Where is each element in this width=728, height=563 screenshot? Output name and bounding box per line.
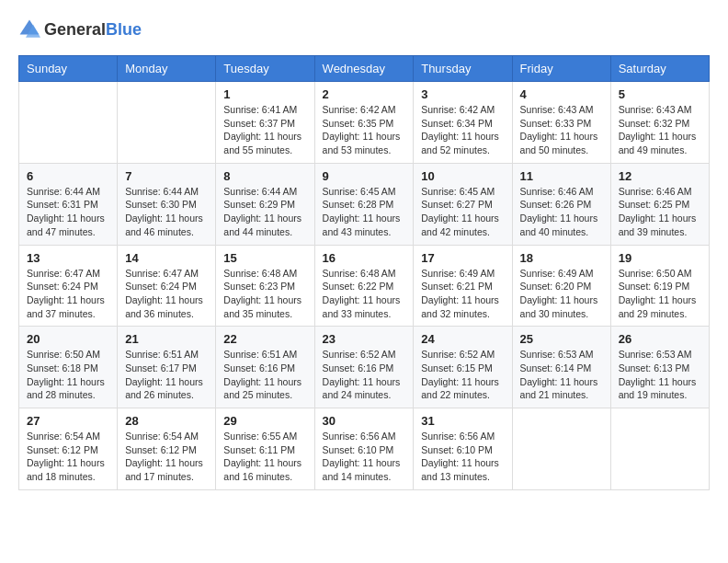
page-header: GeneralBlue [18,18,710,40]
calendar-cell: 14Sunrise: 6:47 AM Sunset: 6:24 PM Dayli… [118,245,216,327]
day-number: 14 [125,251,208,265]
calendar-cell: 13Sunrise: 6:47 AM Sunset: 6:24 PM Dayli… [19,245,118,327]
calendar-cell [610,408,709,490]
calendar-cell [512,408,610,490]
day-number: 28 [125,414,208,428]
weekday-header-thursday: Thursday [414,56,512,82]
calendar-cell: 31Sunrise: 6:56 AM Sunset: 6:10 PM Dayli… [414,408,512,490]
calendar-cell [118,82,216,164]
day-info: Sunrise: 6:43 AM Sunset: 6:32 PM Dayligh… [619,103,701,157]
weekday-header-friday: Friday [512,56,610,82]
calendar-cell: 19Sunrise: 6:50 AM Sunset: 6:19 PM Dayli… [610,245,709,327]
calendar-week-row: 13Sunrise: 6:47 AM Sunset: 6:24 PM Dayli… [19,245,710,327]
logo-general: GeneralBlue [44,20,142,40]
day-info: Sunrise: 6:50 AM Sunset: 6:19 PM Dayligh… [619,267,701,321]
weekday-header-wednesday: Wednesday [314,56,414,82]
day-info: Sunrise: 6:50 AM Sunset: 6:18 PM Dayligh… [27,348,109,402]
day-info: Sunrise: 6:45 AM Sunset: 6:28 PM Dayligh… [323,185,406,239]
day-info: Sunrise: 6:51 AM Sunset: 6:16 PM Dayligh… [223,348,306,402]
calendar-cell: 15Sunrise: 6:48 AM Sunset: 6:23 PM Dayli… [216,245,314,327]
calendar-table: SundayMondayTuesdayWednesdayThursdayFrid… [18,55,710,490]
day-info: Sunrise: 6:44 AM Sunset: 6:29 PM Dayligh… [223,185,306,239]
day-info: Sunrise: 6:47 AM Sunset: 6:24 PM Dayligh… [125,267,208,321]
day-info: Sunrise: 6:48 AM Sunset: 6:22 PM Dayligh… [323,267,406,321]
day-number: 5 [619,87,701,101]
day-number: 12 [619,169,701,183]
calendar-week-row: 20Sunrise: 6:50 AM Sunset: 6:18 PM Dayli… [19,327,710,408]
day-number: 21 [125,332,208,346]
day-info: Sunrise: 6:42 AM Sunset: 6:35 PM Dayligh… [323,103,406,157]
day-number: 16 [323,251,406,265]
calendar-cell: 29Sunrise: 6:55 AM Sunset: 6:11 PM Dayli… [216,408,314,490]
weekday-header-saturday: Saturday [610,56,709,82]
day-info: Sunrise: 6:53 AM Sunset: 6:14 PM Dayligh… [520,348,603,402]
calendar-week-row: 1Sunrise: 6:41 AM Sunset: 6:37 PM Daylig… [19,82,710,164]
day-number: 25 [520,332,603,346]
calendar-cell: 2Sunrise: 6:42 AM Sunset: 6:35 PM Daylig… [314,82,414,164]
day-info: Sunrise: 6:56 AM Sunset: 6:10 PM Dayligh… [421,430,504,484]
day-info: Sunrise: 6:52 AM Sunset: 6:15 PM Dayligh… [421,348,504,402]
day-number: 13 [27,251,109,265]
calendar-cell: 30Sunrise: 6:56 AM Sunset: 6:10 PM Dayli… [314,408,414,490]
calendar-cell: 3Sunrise: 6:42 AM Sunset: 6:34 PM Daylig… [414,82,512,164]
day-number: 11 [520,169,603,183]
day-number: 10 [421,169,504,183]
calendar-cell: 11Sunrise: 6:46 AM Sunset: 6:26 PM Dayli… [512,163,610,245]
day-number: 18 [520,251,603,265]
day-number: 7 [125,169,208,183]
day-info: Sunrise: 6:49 AM Sunset: 6:20 PM Dayligh… [520,267,603,321]
day-info: Sunrise: 6:46 AM Sunset: 6:25 PM Dayligh… [619,185,701,239]
day-info: Sunrise: 6:46 AM Sunset: 6:26 PM Dayligh… [520,185,603,239]
day-info: Sunrise: 6:56 AM Sunset: 6:10 PM Dayligh… [323,430,406,484]
logo-icon [18,18,40,40]
calendar-week-row: 27Sunrise: 6:54 AM Sunset: 6:12 PM Dayli… [19,408,710,490]
day-info: Sunrise: 6:44 AM Sunset: 6:31 PM Dayligh… [27,185,109,239]
calendar-cell: 28Sunrise: 6:54 AM Sunset: 6:12 PM Dayli… [118,408,216,490]
day-number: 9 [323,169,406,183]
calendar-cell [19,82,118,164]
calendar-cell: 16Sunrise: 6:48 AM Sunset: 6:22 PM Dayli… [314,245,414,327]
calendar-cell: 23Sunrise: 6:52 AM Sunset: 6:16 PM Dayli… [314,327,414,408]
day-info: Sunrise: 6:42 AM Sunset: 6:34 PM Dayligh… [421,103,504,157]
weekday-header-tuesday: Tuesday [216,56,314,82]
calendar-cell: 27Sunrise: 6:54 AM Sunset: 6:12 PM Dayli… [19,408,118,490]
calendar-cell: 10Sunrise: 6:45 AM Sunset: 6:27 PM Dayli… [414,163,512,245]
calendar-cell: 24Sunrise: 6:52 AM Sunset: 6:15 PM Dayli… [414,327,512,408]
day-info: Sunrise: 6:51 AM Sunset: 6:17 PM Dayligh… [125,348,208,402]
day-number: 8 [223,169,306,183]
day-number: 20 [27,332,109,346]
weekday-header-sunday: Sunday [19,56,118,82]
day-number: 1 [223,87,306,101]
calendar-cell: 25Sunrise: 6:53 AM Sunset: 6:14 PM Dayli… [512,327,610,408]
calendar-cell: 17Sunrise: 6:49 AM Sunset: 6:21 PM Dayli… [414,245,512,327]
calendar-cell: 12Sunrise: 6:46 AM Sunset: 6:25 PM Dayli… [610,163,709,245]
day-number: 19 [619,251,701,265]
calendar-cell: 9Sunrise: 6:45 AM Sunset: 6:28 PM Daylig… [314,163,414,245]
day-number: 15 [223,251,306,265]
day-info: Sunrise: 6:47 AM Sunset: 6:24 PM Dayligh… [27,267,109,321]
day-number: 27 [27,414,109,428]
day-number: 30 [323,414,406,428]
day-number: 31 [421,414,504,428]
day-number: 4 [520,87,603,101]
calendar-header-row: SundayMondayTuesdayWednesdayThursdayFrid… [19,56,710,82]
day-number: 23 [323,332,406,346]
calendar-cell: 20Sunrise: 6:50 AM Sunset: 6:18 PM Dayli… [19,327,118,408]
day-number: 6 [27,169,109,183]
day-info: Sunrise: 6:45 AM Sunset: 6:27 PM Dayligh… [421,185,504,239]
calendar-cell: 21Sunrise: 6:51 AM Sunset: 6:17 PM Dayli… [118,327,216,408]
calendar-cell: 1Sunrise: 6:41 AM Sunset: 6:37 PM Daylig… [216,82,314,164]
day-number: 26 [619,332,701,346]
day-info: Sunrise: 6:52 AM Sunset: 6:16 PM Dayligh… [323,348,406,402]
calendar-cell: 8Sunrise: 6:44 AM Sunset: 6:29 PM Daylig… [216,163,314,245]
calendar-cell: 18Sunrise: 6:49 AM Sunset: 6:20 PM Dayli… [512,245,610,327]
day-info: Sunrise: 6:54 AM Sunset: 6:12 PM Dayligh… [125,430,208,484]
logo: GeneralBlue [18,18,142,40]
day-number: 22 [223,332,306,346]
day-info: Sunrise: 6:43 AM Sunset: 6:33 PM Dayligh… [520,103,603,157]
calendar-cell: 7Sunrise: 6:44 AM Sunset: 6:30 PM Daylig… [118,163,216,245]
day-number: 24 [421,332,504,346]
weekday-header-monday: Monday [118,56,216,82]
calendar-cell: 6Sunrise: 6:44 AM Sunset: 6:31 PM Daylig… [19,163,118,245]
calendar-cell: 26Sunrise: 6:53 AM Sunset: 6:13 PM Dayli… [610,327,709,408]
